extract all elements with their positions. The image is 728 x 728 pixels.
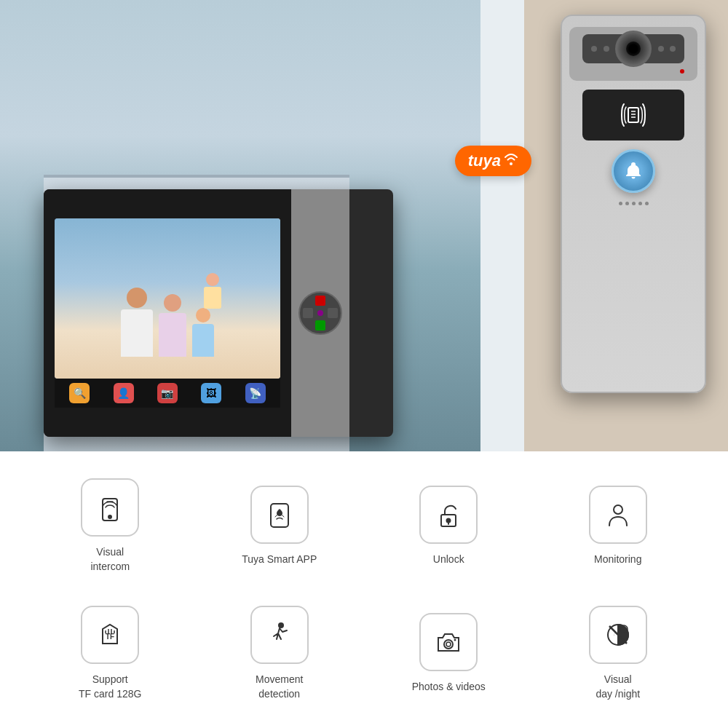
doorbell-call-button[interactable] (612, 149, 655, 193)
motion-icon-box (250, 606, 309, 664)
speaker-dot-1 (619, 202, 622, 205)
panel-center-dot (317, 310, 323, 316)
ir-led-2 (604, 46, 609, 52)
tuya-app-icon-box (250, 486, 309, 544)
feature-visual-intercom: Visual intercom (29, 466, 191, 586)
tuya-app-label: Tuya Smart APP (242, 553, 317, 567)
ir-led-1 (591, 46, 597, 52)
feature-monitoring: Monitoring (537, 466, 700, 586)
monitor-side-panel (291, 189, 349, 437)
outdoor-doorbell (561, 15, 706, 393)
svg-point-19 (454, 638, 456, 641)
ir-led-4 (670, 46, 676, 52)
motion-label: Movement detection (256, 673, 303, 701)
feature-motion: Movement detection (199, 593, 361, 713)
feature-day-night: Visual day /night (537, 593, 700, 713)
panel-navigation[interactable] (298, 291, 342, 335)
svg-point-18 (446, 642, 451, 646)
app-icon-search: 🔍 (69, 383, 90, 403)
padlock-open-icon (434, 500, 463, 529)
family-scene (55, 218, 280, 379)
photos-videos-icon-box (419, 613, 478, 671)
svg-text:TF: TF (106, 633, 114, 641)
camera-lens-inner (626, 41, 641, 56)
running-person-icon (265, 620, 294, 649)
tf-card-label: Support TF card 128G (79, 673, 141, 701)
unlock-label: Unlock (433, 553, 464, 567)
tuya-brand-badge: tuya (455, 146, 531, 176)
feature-tuya-app: Tuya Smart APP (199, 466, 361, 586)
svg-point-5 (108, 515, 111, 518)
doorbell-camera-section (569, 27, 697, 81)
tuya-logo-text: tuya (468, 151, 501, 170)
unlock-icon-box (419, 486, 478, 544)
camera-icon (434, 628, 463, 657)
camera-lens (615, 31, 652, 67)
tf-card-icon-box: TF (81, 606, 139, 664)
svg-point-17 (444, 640, 453, 649)
panel-btn-right (328, 308, 338, 318)
features-grid: Visual intercom Tuya Smart APP Unlock (0, 451, 728, 728)
app-icon-blue: 📡 (245, 383, 266, 403)
visual-intercom-icon-box (81, 478, 139, 537)
indoor-monitor: 🔍 👤 📷 🖼 📡 (44, 189, 393, 437)
monitor-screen: 🔍 👤 📷 🖼 📡 (44, 189, 291, 437)
speaker-dot-2 (625, 202, 629, 205)
monitoring-icon-box (589, 486, 647, 544)
phone-wifi-icon (95, 493, 124, 522)
camera-ir-bar (582, 34, 684, 63)
visual-intercom-label: Visual intercom (90, 545, 130, 574)
screen-app-icons: 🔍 👤 📷 🖼 📡 (55, 379, 280, 408)
tuya-wifi-icon (504, 154, 518, 168)
day-night-label: Visual day /night (596, 673, 640, 701)
app-icon-user: 👤 (114, 383, 134, 403)
panel-btn-bottom (315, 320, 325, 331)
speaker-dot-4 (638, 202, 642, 205)
doorbell-speaker (619, 202, 649, 205)
bell-icon (623, 161, 644, 181)
speaker-dot-5 (645, 202, 649, 205)
svg-rect-0 (628, 108, 638, 122)
app-icon-camera: 📷 (157, 383, 178, 403)
tuya-app-icon (265, 500, 294, 529)
svg-point-10 (614, 505, 622, 514)
app-icon-photo: 🖼 (201, 383, 221, 403)
rfid-icon (615, 97, 652, 133)
rfid-reader (582, 90, 684, 141)
day-night-icon-box (589, 606, 647, 664)
sd-card-icon: TF (95, 620, 124, 649)
panel-btn-left (303, 308, 313, 318)
product-image-section: 🔍 👤 📷 🖼 📡 tuya (0, 0, 728, 451)
day-night-icon (604, 620, 633, 649)
screen-display (55, 218, 280, 379)
speaker-dot-3 (632, 202, 636, 205)
monitoring-label: Monitoring (594, 553, 641, 567)
feature-unlock: Unlock (368, 466, 530, 586)
panel-btn-top (315, 296, 325, 306)
status-led (680, 69, 684, 74)
feature-tf-card: TF Support TF card 128G (29, 593, 191, 713)
person-icon (604, 500, 633, 529)
feature-photos-videos: Photos & videos (368, 593, 530, 713)
photos-videos-label: Photos & videos (412, 680, 486, 695)
ir-led-3 (658, 46, 664, 52)
svg-point-16 (278, 622, 284, 628)
